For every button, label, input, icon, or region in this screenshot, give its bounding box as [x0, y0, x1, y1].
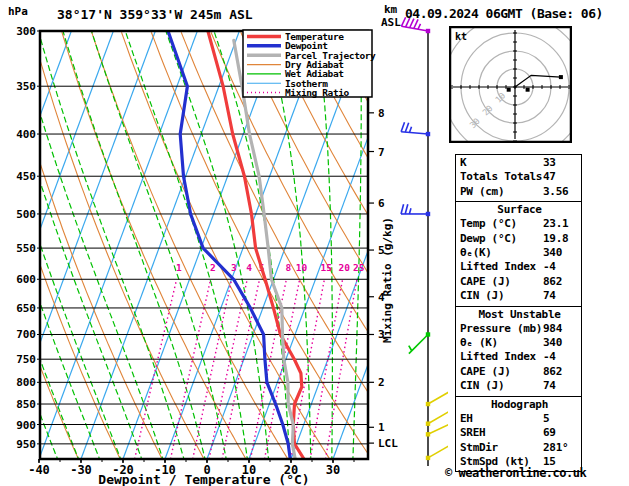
svg-text:450: 450: [16, 170, 36, 183]
table-row: θₑ(K)340: [460, 246, 579, 260]
row-label: Lifted Index: [460, 260, 543, 274]
row-value: 33: [543, 156, 579, 170]
row-label: EH: [460, 412, 543, 426]
x-axis-title: Dewpoint / Temperature (°C): [98, 472, 309, 486]
row-label: CIN (J): [460, 379, 543, 393]
legend: TemperatureDewpointParcel TrajectoryDry …: [243, 30, 376, 98]
row-value: 281°: [543, 441, 579, 455]
altitude-unit-label: km: [384, 3, 398, 16]
row-label: K: [460, 156, 543, 170]
stats-panel: K33 Totals Totals47 PW (cm)3.56 Surface …: [455, 155, 582, 472]
row-label: Lifted Index: [460, 350, 543, 364]
table-row: Lifted Index-4: [460, 260, 579, 274]
row-label: CAPE (J): [460, 365, 543, 379]
svg-text:4: 4: [246, 262, 252, 273]
row-value: 69: [543, 426, 579, 440]
sounding-app: 1234581015202530035040045050055060065070…: [0, 0, 629, 486]
hodograph-table: Hodograph EH5 SREH69 StmDir281° StmSpd (…: [455, 396, 582, 473]
row-value: 340: [543, 246, 579, 260]
legend-label: Mixing Ratio: [285, 87, 350, 98]
table-row: StmDir281°: [460, 441, 579, 455]
table-row: CIN (J)74: [460, 289, 579, 303]
row-label: SREH: [460, 426, 543, 440]
svg-text:2: 2: [210, 262, 216, 273]
svg-text:-40: -40: [28, 463, 50, 477]
svg-text:600: 600: [16, 273, 36, 286]
chart-title: 38°17'N 359°33'W 245m ASL: [57, 7, 253, 22]
table-row: Pressure (mb)984: [460, 322, 579, 336]
svg-text:550: 550: [16, 242, 36, 255]
chart-datetime: 04.09.2024 06GMT (Base: 06): [405, 6, 629, 21]
row-label: CIN (J): [460, 289, 543, 303]
hodograph-plot: 102030kt: [449, 26, 572, 143]
svg-text:25: 25: [353, 262, 365, 273]
wind-barb: [426, 391, 448, 407]
row-label: θₑ (K): [460, 336, 543, 350]
row-value: 23.1: [543, 217, 579, 231]
svg-text:500: 500: [16, 208, 36, 221]
table-row: CAPE (J)862: [460, 365, 579, 379]
hodograph: 102030kt: [449, 26, 572, 143]
skewt-chart: 1234581015202530035040045050055060065070…: [0, 0, 448, 486]
wind-barb: [401, 122, 430, 136]
svg-text:850: 850: [16, 398, 36, 411]
svg-text:7: 7: [378, 146, 385, 159]
svg-text:2: 2: [378, 376, 385, 389]
stats-table: K33 Totals Totals47 PW (cm)3.56: [455, 154, 582, 202]
row-value: 74: [543, 289, 579, 303]
row-value: 984: [543, 322, 579, 336]
hodograph-marker: [526, 88, 530, 92]
table-row: Lifted Index-4: [460, 350, 579, 364]
row-label: StmDir: [460, 441, 543, 455]
svg-text:LCL: LCL: [378, 437, 398, 450]
row-label: Pressure (mb): [460, 322, 543, 336]
altitude-unit-label2: ASL: [381, 16, 401, 29]
surface-table: Surface Temp (°C)23.1 Dewp (°C)19.8 θₑ(K…: [455, 201, 582, 306]
table-row: Totals Totals47: [460, 170, 579, 184]
hodograph-marker: [507, 88, 511, 92]
svg-text:400: 400: [16, 128, 36, 141]
row-value: 19.8: [543, 232, 579, 246]
wind-barb: [426, 410, 448, 426]
row-label: Dewp (°C): [460, 232, 543, 246]
svg-text:3: 3: [231, 262, 237, 273]
svg-text:6: 6: [378, 197, 385, 210]
table-row: PW (cm)3.56: [460, 185, 579, 199]
svg-text:900: 900: [16, 419, 36, 432]
svg-text:30: 30: [326, 463, 340, 477]
table-row: Temp (°C)23.1: [460, 217, 579, 231]
table-row: CIN (J)74: [460, 379, 579, 393]
most-unstable-table: Most Unstable Pressure (mb)984 θₑ (K)340…: [455, 306, 582, 397]
table-row: CAPE (J)862: [460, 275, 579, 289]
wind-barb-column: [401, 17, 448, 466]
svg-text:950: 950: [16, 438, 36, 451]
svg-text:8: 8: [378, 107, 385, 120]
svg-text:700: 700: [16, 328, 36, 341]
row-value: 862: [543, 365, 579, 379]
svg-text:750: 750: [16, 353, 36, 366]
table-row: SREH69: [460, 426, 579, 440]
table-title: Hodograph: [460, 398, 579, 412]
row-value: -4: [543, 350, 579, 364]
copyright-text: © weatheronline.co.uk: [445, 466, 586, 480]
pressure-unit-label: hPa: [8, 5, 28, 18]
hodograph-marker: [559, 75, 563, 79]
svg-text:300: 300: [16, 25, 36, 38]
svg-text:8: 8: [285, 262, 291, 273]
svg-text:20: 20: [339, 262, 351, 273]
svg-text:15: 15: [321, 262, 333, 273]
row-value: 5: [543, 412, 579, 426]
table-title: Surface: [460, 203, 579, 217]
row-value: -4: [543, 260, 579, 274]
pressure-axis: 3003504004505005506006507007508008509009…: [16, 25, 40, 451]
row-label: Totals Totals: [460, 170, 543, 184]
row-label: CAPE (J): [460, 275, 543, 289]
wind-barb: [426, 444, 448, 460]
row-label: θₑ(K): [460, 246, 543, 260]
row-value: 340: [543, 336, 579, 350]
wind-barb: [409, 332, 430, 353]
wind-barb: [401, 204, 430, 216]
svg-text:1: 1: [378, 421, 385, 434]
svg-text:-30: -30: [70, 463, 92, 477]
row-value: 862: [543, 275, 579, 289]
